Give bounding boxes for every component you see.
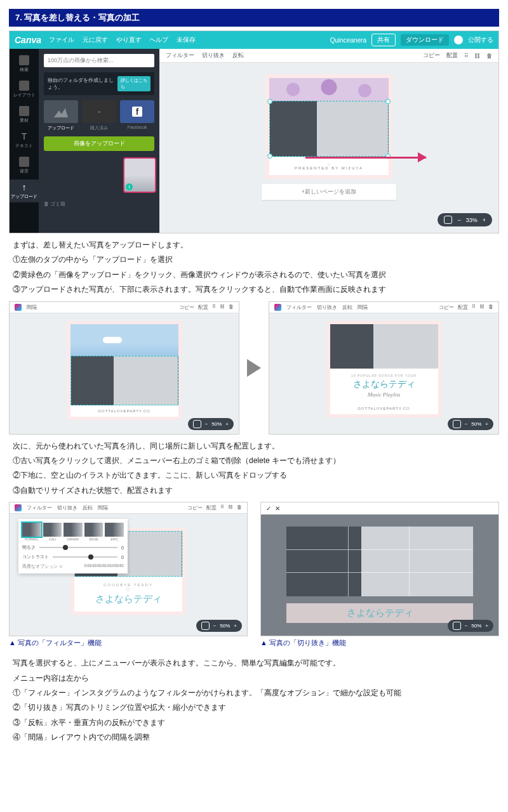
menu-undo[interactable]: 元に戻す (83, 36, 108, 43)
nav-layout[interactable]: レイアウト (10, 78, 39, 101)
caption-crop: ▲ 写真の「切り抜き」機能 (260, 638, 499, 648)
layout-icon (19, 81, 29, 91)
upload-panel: 100万点の画像から検索... 独自のフォルダを作成しましょう。 詳しくはこちら… (39, 49, 159, 233)
publish-button[interactable]: 公開する (468, 36, 493, 44)
tool-crop[interactable]: 切り抜き (202, 51, 225, 60)
instruction-text: まずは、差し替えたい写真をアップロードします。 (13, 239, 495, 251)
mini-screenshot-before: 間隔コピー配置⠿⛓🗑 GOTTALOVEPARTY.CO −50%+ (9, 301, 239, 435)
advanced-options[interactable]: 高度なオプション ∨ (22, 564, 63, 568)
menu-help[interactable]: ヘルプ (149, 36, 168, 43)
instruction-text: ②黄緑色の「画像をアップロード」をクリック、画像選択ウィンドウが表示されるので、… (13, 268, 495, 281)
nav-text[interactable]: Tテキスト (10, 129, 39, 152)
tool-flip[interactable]: 反転 (232, 51, 244, 60)
doc-title[interactable]: Quinceanera (330, 37, 366, 44)
mini-footer: GOTTALOVEPARTY.CO (70, 405, 178, 417)
section-header: 7. 写真を差し替える・写真の加工 (9, 9, 499, 27)
filter-code: 6484848484849846 (84, 563, 124, 568)
zoom-control[interactable]: −50%+ (196, 620, 242, 632)
instruction-text: メニュー内容は左から (13, 672, 495, 684)
image-icon (54, 106, 68, 117)
crop-cancel-button[interactable]: ✕ (275, 505, 280, 512)
sky-placeholder (70, 324, 178, 356)
play-arrow-icon (247, 359, 261, 377)
image-toolbar: フィルター 切り抜き 反転 コピー 配置 ⠿ ⛓ 🗑 (159, 49, 498, 63)
filter-preset[interactable]: EPIC (105, 523, 124, 541)
zoom-control[interactable]: −50%+ (448, 418, 493, 430)
text-icon: T (19, 131, 29, 141)
menu-unsaved: 未保存 (177, 36, 196, 43)
caption-filter: ▲ 写真の「フィルター」機能 (9, 638, 248, 648)
contrast-slider[interactable]: コントラスト0 (22, 554, 124, 560)
upload-image-button[interactable]: 画像をアップロード (44, 136, 154, 151)
playlist-title-en: Music Playlist (333, 391, 436, 398)
filter-preset[interactable]: DRAMA (64, 523, 83, 541)
design-card[interactable]: ♡PRESENTED BY MIZUYA (265, 74, 392, 179)
mini-card[interactable]: 10 POPULAR SONGS FOR YOUR さよならテディ Music … (327, 321, 441, 417)
tool-arrange[interactable]: 配置 (446, 51, 458, 60)
source-upload[interactable]: アップロード (44, 100, 78, 131)
instruction-text: ③アップロードされた写真が、下部に表示されます。写真をクリックすると、自動で作業… (13, 283, 495, 296)
nav-elements[interactable]: 素材 (10, 103, 39, 126)
trash-row[interactable]: 🗑 ゴミ箱 (44, 200, 154, 207)
side-nav: 検索 レイアウト 素材 Tテキスト 背景 ↑アップロード (10, 49, 39, 233)
menu-redo[interactable]: やり直す (116, 36, 142, 43)
selected-photo[interactable] (269, 101, 389, 157)
nav-search[interactable]: 検索 (10, 53, 39, 75)
flowers-image (269, 78, 389, 101)
search-icon (19, 55, 29, 65)
brightness-slider[interactable]: 明るさ0 (22, 544, 124, 551)
crop-screenshot: ✓ ✕ さよならテディ −50%+ (260, 502, 499, 636)
canva-topbar: Canva ファイル 元に戻す やり直す ヘルプ 未保存 Quinceanera… (10, 31, 498, 49)
canva-screenshot-main: Canva ファイル 元に戻す やり直す ヘルプ 未保存 Quinceanera… (9, 30, 499, 233)
canva-menu: ファイル 元に戻す やり直す ヘルプ 未保存 (49, 36, 202, 44)
zoom-control[interactable]: −50%+ (448, 620, 493, 632)
instruction-text: 写真を選択すると、上にメニューバーが表示されます。ここから、簡単な写真編集が可能… (13, 657, 495, 669)
zoom-control[interactable]: −50%+ (188, 418, 234, 430)
filter-preset[interactable]: EDGE (84, 523, 104, 541)
source-facebook[interactable]: fFacebook (120, 100, 154, 131)
canva-logo-icon (15, 504, 22, 511)
room-photo-selected[interactable] (70, 356, 178, 405)
add-page-button[interactable]: +新しいページを追加 (262, 184, 396, 200)
zoom-control[interactable]: −33%+ (438, 213, 492, 226)
mini-footer: GOTTALOVEPARTY.CO (330, 403, 438, 414)
filter-preset[interactable]: NORMAL (22, 523, 41, 541)
instruction-text: ①古い写真をクリックして選択、メニューバー右上のゴミ箱で削除（delete キー… (13, 454, 495, 467)
canva-logo-icon (274, 304, 281, 311)
room-photo (330, 324, 438, 369)
folder-more-button[interactable]: 詳しくはこちら (117, 76, 150, 91)
mini-card[interactable]: GOTTALOVEPARTY.CO (67, 321, 182, 420)
instruction-text: 次に、元から使われていた写真を消し、同じ場所に新しい写真を配置します。 (13, 440, 495, 452)
instruction-text: ③「反転」水平・垂直方向の反転ができます (13, 716, 495, 729)
grid-icon[interactable]: ⠿ (464, 53, 468, 59)
title-text: さよならテディ (77, 593, 180, 605)
canva-logo-icon (15, 304, 22, 311)
nav-background[interactable]: 背景 (10, 154, 39, 177)
tool-filter[interactable]: フィルター (166, 51, 194, 60)
nav-upload[interactable]: ↑アップロード (10, 180, 39, 202)
trash-icon[interactable]: 🗑 (486, 53, 492, 59)
menu-file[interactable]: ファイル (49, 36, 74, 43)
instruction-text: ②下地に、空と山のイラストが出てきます。ここに、新しい写真をドロップする (13, 469, 495, 481)
instruction-text: ①左側のタブの中から「アップロード」を選択 (13, 253, 495, 266)
playlist-title-jp: さよならテディ (333, 379, 436, 390)
filter-preset[interactable]: CALI (43, 523, 62, 541)
uploaded-thumbnail[interactable] (123, 157, 156, 193)
subtitle-text: 10 POPULAR SONGS FOR YOUR (333, 374, 436, 377)
search-input[interactable]: 100万点の画像から検索... (44, 54, 154, 67)
crop-confirm-button[interactable]: ✓ (266, 505, 271, 512)
link-icon[interactable]: ⛓ (474, 53, 480, 59)
share-button[interactable]: 共有 (371, 34, 396, 46)
crop-area[interactable] (286, 527, 473, 596)
canvas-area: フィルター 切り抜き 反転 コピー 配置 ⠿ ⛓ 🗑 ♡PRESENTE (159, 49, 498, 233)
annotation-arrow (305, 157, 426, 159)
filter-screenshot: フィルター切り抜き反転間隔コピー配置⠿⛓🗑 GOODBYE TEDDY ♡ さよ… (9, 502, 248, 636)
download-button[interactable]: ダウンロード (401, 34, 449, 46)
avatar[interactable] (454, 36, 463, 44)
instruction-text: ③自動でリサイズされた状態で、配置されます (13, 484, 495, 497)
tool-copy[interactable]: コピー (423, 51, 440, 60)
source-purchased[interactable]: ≡購入済み (82, 100, 116, 131)
tool-spacing[interactable]: 間隔 (27, 304, 37, 311)
canva-logo: Canva (15, 35, 41, 45)
card-footer: ♡PRESENTED BY MIZUYA (269, 157, 389, 175)
